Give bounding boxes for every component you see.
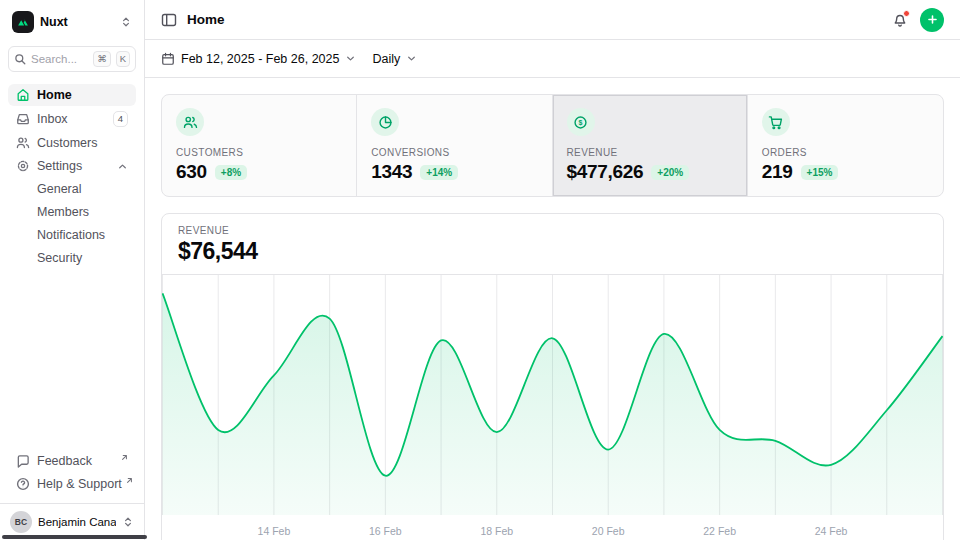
help-support-link[interactable]: Help & Support — [8, 473, 136, 495]
revenue-area-chart: 14 Feb16 Feb18 Feb20 Feb22 Feb24 Feb — [162, 275, 943, 540]
users-icon — [16, 136, 30, 150]
stat-delta-badge: +8% — [215, 165, 247, 180]
sidebar-spacer — [8, 269, 136, 450]
stat-card-customers[interactable]: CUSTOMERS 630 +8% — [162, 95, 357, 196]
notification-dot — [903, 10, 910, 17]
svg-text:$: $ — [579, 118, 583, 126]
sidebar-nav: Home Inbox 4 Customers Settings — [8, 84, 136, 269]
sidebar-item-security[interactable]: Security — [8, 247, 136, 269]
top-header: Home — [145, 0, 960, 40]
nuxt-logo-icon — [12, 11, 34, 33]
feedback-link[interactable]: Feedback — [8, 450, 136, 472]
plus-icon — [927, 14, 938, 25]
svg-text:20 Feb: 20 Feb — [592, 525, 625, 537]
sidebar-item-notifications[interactable]: Notifications — [8, 224, 136, 246]
sidebar-item-label: Inbox — [37, 112, 106, 126]
chevron-down-icon — [345, 53, 356, 64]
sidebar-item-general[interactable]: General — [8, 178, 136, 200]
sidebar-item-label: Home — [37, 88, 128, 102]
search-icon — [14, 53, 26, 65]
chevron-down-icon — [406, 53, 417, 64]
chevrons-up-down-icon — [120, 16, 132, 28]
add-button[interactable] — [920, 8, 944, 32]
chart-metric-label: REVENUE — [178, 225, 927, 236]
chart-area: 14 Feb16 Feb18 Feb20 Feb22 Feb24 Feb — [162, 275, 943, 540]
stat-value: $477,626 — [567, 161, 644, 183]
avatar: BC — [10, 511, 32, 533]
revenue-chart-panel: REVENUE $76,544 14 Feb16 Feb18 Feb20 Feb… — [161, 213, 944, 540]
chart-pie-icon — [371, 108, 399, 136]
header-actions — [892, 8, 944, 32]
date-range-label: Feb 12, 2025 - Feb 26, 2025 — [181, 52, 339, 66]
granularity-label: Daily — [372, 52, 400, 66]
chart-metric-value: $76,544 — [178, 238, 927, 265]
svg-text:18 Feb: 18 Feb — [480, 525, 513, 537]
inbox-count-badge: 4 — [113, 111, 128, 127]
footer-link-label: Feedback — [37, 454, 117, 468]
main-area: Home Feb 12, 2 — [145, 0, 960, 540]
kbd-cmd: ⌘ — [93, 51, 111, 67]
stat-delta-badge: +20% — [651, 165, 689, 180]
circle-dollar-icon: $ — [567, 108, 595, 136]
sidebar-item-inbox[interactable]: Inbox 4 — [8, 107, 136, 131]
stats-cards: CUSTOMERS 630 +8% CONVERSIONS 1343 +14% — [161, 94, 944, 197]
sidebar-item-home[interactable]: Home — [8, 84, 136, 106]
svg-text:14 Feb: 14 Feb — [258, 525, 291, 537]
help-circle-icon — [16, 477, 30, 491]
stat-delta-badge: +15% — [801, 165, 839, 180]
sidebar-item-members[interactable]: Members — [8, 201, 136, 223]
filters-toolbar: Feb 12, 2025 - Feb 26, 2025 Daily — [145, 40, 960, 78]
stat-value: 1343 — [371, 161, 412, 183]
horizontal-scrollbar[interactable] — [2, 535, 147, 539]
chevrons-up-down-icon — [122, 516, 134, 528]
chevron-up-icon — [117, 161, 128, 172]
sidebar: Nuxt Search... ⌘ K Home — [0, 0, 145, 540]
stat-label: REVENUE — [567, 147, 733, 158]
arrow-up-right-icon — [121, 454, 128, 461]
workspace-name: Nuxt — [40, 15, 114, 29]
collapse-sidebar-button[interactable] — [161, 12, 177, 28]
stat-value: 630 — [176, 161, 207, 183]
sidebar-footer: Feedback Help & Support — [8, 450, 136, 503]
stat-label: CONVERSIONS — [371, 147, 537, 158]
panel-left-icon — [161, 12, 177, 28]
sidebar-item-label: Settings — [37, 159, 110, 173]
sidebar-item-settings[interactable]: Settings — [8, 155, 136, 177]
stat-card-revenue[interactable]: $ REVENUE $477,626 +20% — [553, 95, 748, 196]
search-input[interactable]: Search... ⌘ K — [8, 46, 136, 72]
stat-card-orders[interactable]: ORDERS 219 +15% — [748, 95, 943, 196]
notifications-button[interactable] — [892, 12, 908, 28]
arrow-up-right-icon — [126, 477, 133, 484]
stat-card-conversions[interactable]: CONVERSIONS 1343 +14% — [357, 95, 552, 196]
gear-icon — [16, 159, 30, 173]
stat-label: ORDERS — [762, 147, 929, 158]
chart-header: REVENUE $76,544 — [162, 214, 943, 275]
svg-text:16 Feb: 16 Feb — [369, 525, 402, 537]
page-title: Home — [187, 12, 225, 27]
sidebar-item-label: Customers — [37, 136, 128, 150]
workspace-switcher[interactable]: Nuxt — [8, 8, 136, 36]
stat-value: 219 — [762, 161, 793, 183]
users-icon — [176, 108, 204, 136]
sidebar-item-customers[interactable]: Customers — [8, 132, 136, 154]
user-name: Benjamin Canac — [38, 516, 116, 528]
search-placeholder: Search... — [31, 53, 88, 65]
stat-label: CUSTOMERS — [176, 147, 342, 158]
granularity-select[interactable]: Daily — [372, 52, 417, 66]
shopping-cart-icon — [762, 108, 790, 136]
app-window: Nuxt Search... ⌘ K Home — [0, 0, 960, 540]
footer-link-label: Help & Support — [37, 477, 122, 491]
dashboard-content: CUSTOMERS 630 +8% CONVERSIONS 1343 +14% — [145, 78, 960, 540]
message-icon — [16, 454, 30, 468]
inbox-icon — [16, 112, 30, 126]
stat-delta-badge: +14% — [420, 165, 458, 180]
calendar-icon — [161, 52, 175, 66]
svg-text:22 Feb: 22 Feb — [703, 525, 736, 537]
date-range-picker[interactable]: Feb 12, 2025 - Feb 26, 2025 — [161, 52, 356, 66]
home-icon — [16, 88, 30, 102]
kbd-k: K — [116, 51, 130, 67]
svg-text:24 Feb: 24 Feb — [815, 525, 848, 537]
